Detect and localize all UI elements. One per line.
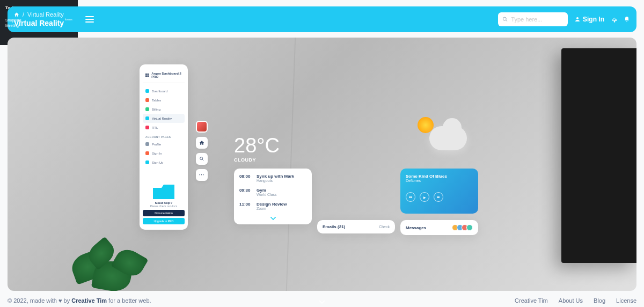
creator-link[interactable]: Creative Tim: [71, 297, 107, 304]
search-mini-button[interactable]: [196, 153, 208, 165]
upgrade-button[interactable]: Upgrade to PRO: [143, 218, 185, 224]
navbar: / Virtual Reality Virtual Reality Sign I…: [8, 6, 636, 32]
sidebar-section-header: ACCOUNT PAGES: [143, 132, 185, 140]
copyright: © 2022, made with ♥ by Creative Tim for …: [8, 297, 151, 304]
gear-icon[interactable]: [611, 16, 617, 23]
breadcrumb: / Virtual Reality: [14, 11, 64, 18]
schedule-row[interactable]: 08:00 Synk up with Mark Hangouts: [239, 174, 306, 182]
footer-link[interactable]: License: [616, 297, 636, 304]
svg-line-8: [202, 159, 203, 160]
sidebar-item-virtual-reality[interactable]: Virtual Reality: [143, 114, 185, 123]
svg-rect-3: [145, 74, 147, 75]
sidebar-item-signin[interactable]: Sign In: [143, 149, 185, 158]
svg-point-0: [503, 17, 506, 20]
weather-icon: [413, 113, 467, 150]
emails-card: Emails (21) Check: [317, 220, 395, 233]
sidebar-footer: Need help? Please check our docs Documen…: [143, 183, 185, 224]
next-icon: ⏭: [437, 195, 440, 199]
sidebar-item-profile[interactable]: Profile: [143, 140, 185, 149]
weather-widget: 28°C CLOUDY: [234, 134, 280, 163]
footer-link[interactable]: About Us: [559, 297, 583, 304]
emails-label: Emails (21): [323, 224, 345, 229]
home-icon[interactable]: [14, 12, 19, 17]
message-avatars[interactable]: [453, 224, 473, 231]
schedule-row[interactable]: 09:30 Gym World Class: [239, 188, 306, 196]
search-input[interactable]: [511, 16, 564, 23]
expand-schedule-button[interactable]: [239, 216, 306, 221]
help-subtitle: Please check our docs: [143, 204, 185, 208]
sidebar-item-signup[interactable]: Sign Up: [143, 158, 185, 167]
sidebar-item-dashboard[interactable]: Dashboard: [143, 86, 185, 96]
search-box[interactable]: [498, 12, 568, 26]
search-icon: [502, 16, 508, 23]
speaker-image: [561, 48, 636, 263]
svg-line-1: [506, 20, 507, 21]
play-icon: ▶: [423, 195, 426, 199]
profile-column: ···: [196, 121, 208, 181]
docs-image-icon: [153, 183, 174, 199]
weather-condition: CLOUDY: [234, 157, 280, 163]
bell-icon[interactable]: [624, 16, 630, 23]
user-icon: [574, 16, 581, 23]
schedule-row[interactable]: 11:00 Design Review Zoom: [239, 202, 306, 210]
messages-card: Messages: [400, 220, 478, 235]
prev-track-button[interactable]: ⏮: [406, 192, 415, 202]
sidebar-item-billing[interactable]: Billing: [143, 105, 185, 114]
svg-point-2: [576, 17, 579, 19]
plant-image: [72, 226, 158, 291]
prev-icon: ⏮: [409, 195, 412, 199]
nav-right: Sign In: [498, 12, 630, 26]
breadcrumb-current: Virtual Reality: [27, 11, 64, 18]
sidebar-brand[interactable]: Argon Dashboard 2 PRO: [143, 70, 185, 83]
sidebar-item-tables[interactable]: Tables: [143, 96, 185, 105]
chevron-down-icon: [270, 217, 276, 220]
emails-check-button[interactable]: Check: [379, 225, 390, 229]
music-artist: Deftones: [406, 179, 473, 182]
sidebar: Argon Dashboard 2 PRO Dashboard Tables B…: [140, 64, 188, 230]
messages-label: Messages: [406, 225, 426, 230]
svg-rect-4: [147, 74, 149, 75]
play-button[interactable]: ▶: [420, 192, 429, 202]
schedule-card: 08:00 Synk up with Mark Hangouts 09:30 G…: [234, 169, 312, 224]
svg-rect-5: [145, 75, 147, 77]
home-icon: [199, 140, 204, 145]
menu-toggle-icon[interactable]: [85, 16, 94, 23]
footer-links: Creative Tim About Us Blog License: [515, 297, 636, 304]
signin-button[interactable]: Sign In: [574, 16, 604, 23]
vr-background: [8, 38, 636, 291]
music-title: Some Kind Of Blues: [406, 174, 473, 179]
todo-line: Meeting: [5, 23, 21, 28]
weather-temp: 28°C: [234, 134, 280, 157]
todo-line: Shopping: [5, 18, 21, 23]
avatar[interactable]: [196, 121, 208, 133]
avatar: [466, 224, 473, 231]
home-button[interactable]: [196, 137, 208, 149]
footer-link[interactable]: Creative Tim: [515, 297, 548, 304]
sidebar-item-rtl[interactable]: RTL: [143, 123, 185, 132]
svg-point-7: [200, 157, 203, 160]
documentation-button[interactable]: Documentation: [143, 210, 185, 216]
music-card: Some Kind Of Blues Deftones ⏮ ▶ ⏭: [400, 169, 478, 214]
search-icon: [199, 156, 204, 162]
todo-items-label: items: [65, 18, 72, 21]
footer: © 2022, made with ♥ by Creative Tim for …: [8, 297, 636, 304]
svg-rect-6: [147, 75, 149, 77]
more-button[interactable]: ···: [196, 169, 208, 181]
next-track-button[interactable]: ⏭: [434, 192, 443, 202]
ellipsis-icon: ···: [199, 172, 205, 178]
footer-link[interactable]: Blog: [594, 297, 605, 304]
